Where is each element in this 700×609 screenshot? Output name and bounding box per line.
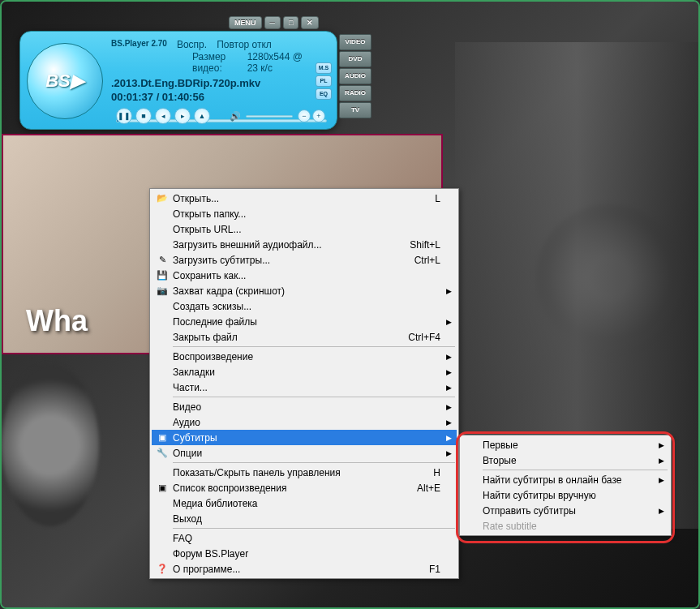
menu-label: Субтитры [173,432,440,444]
menu-icon [155,381,170,394]
menu-item[interactable]: Воспроизведение▶ [152,349,457,364]
menu-item[interactable]: Загрузить внешний аудиофайл...Shift+L [152,237,457,252]
prev-button[interactable]: ◂ [155,108,171,124]
menu-item[interactable]: 📂Открыть...L [152,191,457,206]
volume-slider[interactable] [246,115,293,118]
menu-item[interactable]: ▣Субтитры▶ [152,430,457,445]
menu-icon: ▣ [155,431,170,444]
speaker-icon[interactable]: 🔊 [230,111,241,122]
pl-button[interactable]: PL [316,75,332,87]
app-title: BS.Player 2.70 [111,39,167,50]
vol-down-button[interactable]: − [298,109,311,122]
close-button[interactable]: ✕ [301,16,319,29]
menu-icon [155,416,170,429]
menu-item[interactable]: 📷Захват кадра (скриншот)▶ [152,283,457,298]
menu-item[interactable]: ▣Список воспроизведенияAlt+E [152,480,457,495]
menu-label: Воспроизведение [173,351,440,362]
menu-icon [155,401,170,414]
videosize-label: Размер видео: [192,51,238,74]
menu-item[interactable]: ❓О программе...F1 [152,561,457,577]
next-button[interactable]: ▸ [174,108,191,124]
menu-icon: ✎ [155,254,170,267]
ms-button[interactable]: M.S [316,62,332,74]
tab-video[interactable]: VIDEO [339,34,371,50]
minimize-button[interactable]: ─ [264,16,281,29]
menu-label: Аудио [173,417,440,428]
stop-button[interactable]: ■ [135,108,152,124]
submenu-label: Rate subtitle [483,521,537,532]
menu-label: Показать/Скрыть панель управления [173,467,417,478]
chevron-right-icon: ▶ [446,403,452,411]
menu-separator [173,462,455,463]
subtitles-submenu: Первые▶Вторые▶Найти субтитры в онлайн ба… [459,435,672,536]
lang-buttons: M.S PL EQ [316,62,332,100]
menu-item[interactable]: Открыть папку... [152,206,457,221]
menu-item[interactable]: Медиа библиотека [152,495,457,511]
menu-separator [173,346,455,347]
menu-label: Закрыть файл [173,332,392,343]
menu-label: Открыть... [173,193,419,204]
menu-label: О программе... [173,564,413,575]
menu-item[interactable]: FAQ [152,530,457,546]
menu-item[interactable]: Закладки▶ [152,364,457,380]
menu-item[interactable]: Создать эскизы... [152,298,457,314]
menu-label: Медиа библиотека [173,498,440,509]
menu-icon [155,331,170,344]
menu-item[interactable]: Форум BS.Player [152,546,457,561]
maximize-button[interactable]: □ [283,16,298,29]
menu-icon [155,547,170,560]
eject-button[interactable]: ▲ [194,108,210,124]
menu-icon: 📷 [155,285,170,298]
submenu-label: Первые [483,440,518,451]
chevron-right-icon: ▶ [446,418,452,427]
menu-icon: ❓ [155,563,170,576]
menu-icon [155,532,170,545]
player-logo[interactable]: BS▶ [27,43,103,119]
menu-icon [155,366,170,379]
menu-button[interactable]: MENU [229,16,262,29]
menu-icon [155,350,170,363]
submenu-item: Rate subtitle [462,518,669,534]
menu-item[interactable]: 💾Сохранить как... [152,268,457,283]
chevron-right-icon: ▶ [659,476,664,484]
videosize-value: 1280x544 @ 23 к/с [247,51,304,74]
menu-label: Создать эскизы... [173,301,440,312]
submenu-item[interactable]: Вторые▶ [462,452,669,468]
chevron-right-icon: ▶ [446,368,452,376]
filename: .2013.Dt.Eng.BDRip.720p.mkv [111,77,304,89]
chevron-right-icon: ▶ [659,457,664,465]
pause-button[interactable]: ❚❚ [116,108,132,124]
player-panel: BS▶ BS.Player 2.70 Воспр. Повтор откл Ра… [19,31,337,130]
tab-dvd[interactable]: DVD [339,51,371,67]
menu-item[interactable]: Части...▶ [152,380,457,395]
menu-item[interactable]: Выход [152,511,457,526]
menu-label: Форум BS.Player [173,548,440,560]
vol-up-button[interactable]: + [312,109,325,122]
menu-item[interactable]: Показать/Скрыть панель управленияH [152,465,457,480]
playback-label: Воспр. [177,39,207,50]
chevron-right-icon: ▶ [446,318,452,326]
submenu-item[interactable]: Найти субтитры вручную [462,487,669,503]
eq-button[interactable]: EQ [316,88,332,100]
submenu-item[interactable]: Первые▶ [462,437,669,452]
logo-text: BS▶ [45,71,84,92]
menu-item[interactable]: Последние файлы▶ [152,314,457,329]
subtitle-overlay: Wha [26,304,88,338]
tab-tv[interactable]: TV [339,102,371,118]
submenu-item[interactable]: Отправить субтитры▶ [462,503,669,518]
menu-item[interactable]: Видео▶ [152,399,457,414]
menu-icon [155,300,170,313]
player-info: BS.Player 2.70 Воспр. Повтор откл Размер… [111,38,304,103]
menu-icon [155,513,170,525]
menu-item[interactable]: Аудио▶ [152,414,457,430]
menu-label: Сохранить как... [173,270,440,281]
menu-item[interactable]: Открыть URL... [152,221,457,237]
submenu-item[interactable]: Найти субтитры в онлайн базе▶ [462,472,669,487]
menu-item[interactable]: 🔧Опции▶ [152,445,457,461]
menu-item[interactable]: Закрыть файлCtrl+F4 [152,329,457,345]
menu-item[interactable]: ✎Загрузить субтитры...Ctrl+L [152,252,457,268]
tab-audio[interactable]: AUDIO [339,68,371,84]
menu-label: Опции [173,448,440,459]
chevron-right-icon: ▶ [446,449,452,457]
tab-radio[interactable]: RADIO [339,85,371,101]
